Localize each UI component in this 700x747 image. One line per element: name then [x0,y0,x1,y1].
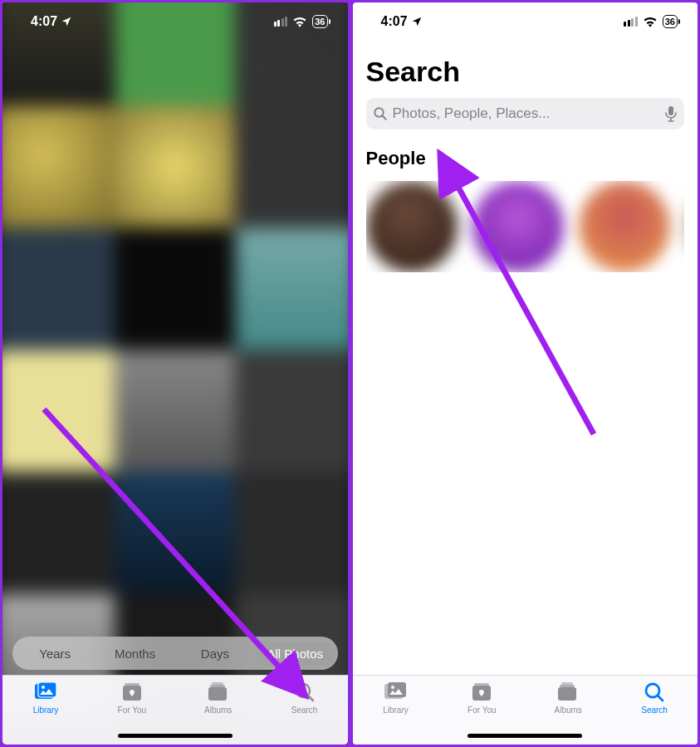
search-input[interactable] [393,105,660,122]
page-title: Search [366,56,685,88]
tab-label: For You [118,706,146,715]
svg-rect-20 [560,685,575,687]
status-time: 4:07 [381,14,408,29]
svg-line-9 [308,696,313,701]
library-icon [383,681,408,704]
person-avatar[interactable] [366,181,458,272]
phone-library-screen: 4:07 36 Years Months Days All Photos Lib… [2,2,348,745]
people-heading: People [366,148,685,169]
svg-rect-19 [558,687,576,701]
phone-search-screen: 4:07 36 Search People Library [353,2,698,745]
battery-icon: 36 [663,15,678,28]
svg-rect-21 [561,682,573,685]
tab-label: Library [383,706,409,715]
search-icon [373,106,388,121]
status-bar: 4:07 36 [353,2,698,41]
segment-months[interactable]: Months [95,642,174,666]
wifi-icon [292,16,307,27]
people-row [366,181,685,272]
person-avatar[interactable] [579,181,670,272]
status-time: 4:07 [31,14,57,29]
svg-line-12 [382,115,386,120]
search-icon [292,681,317,704]
tab-label: Albums [204,706,232,715]
battery-icon: 36 [312,15,327,28]
svg-rect-15 [388,682,406,697]
segment-days[interactable]: Days [175,642,255,666]
tab-label: Search [641,706,668,715]
svg-rect-4 [125,683,140,686]
tab-search[interactable]: Search [262,681,348,745]
home-indicator[interactable] [118,734,233,738]
svg-point-16 [391,686,394,689]
for-you-icon [469,681,494,704]
microphone-icon[interactable] [664,105,678,122]
svg-point-2 [42,686,45,689]
location-icon [61,16,72,27]
wifi-icon [643,16,658,27]
photo-grid[interactable] [2,2,348,745]
library-icon [33,681,58,704]
tab-label: Search [291,706,318,715]
cellular-signal-icon [274,17,288,27]
svg-rect-13 [668,106,673,115]
location-icon [411,16,423,27]
svg-rect-7 [212,682,223,685]
tab-label: Albums [555,706,582,715]
cellular-signal-icon [624,17,638,27]
segment-years[interactable]: Years [15,642,95,666]
albums-icon [206,681,231,704]
tab-library[interactable]: Library [2,681,89,745]
status-bar: 4:07 36 [2,2,348,41]
search-icon [642,681,667,704]
search-field[interactable] [366,98,685,129]
svg-rect-18 [474,683,489,686]
library-view-segment[interactable]: Years Months Days All Photos [12,637,338,670]
svg-rect-6 [210,685,225,687]
albums-icon [556,681,580,704]
for-you-icon [120,681,144,704]
person-avatar[interactable] [472,181,564,272]
tab-label: Library [33,706,59,715]
tab-label: For You [467,706,496,715]
svg-rect-1 [38,682,56,697]
segment-all-photos[interactable]: All Photos [255,642,335,666]
home-indicator[interactable] [467,734,582,738]
tab-search[interactable]: Search [611,681,698,745]
svg-line-23 [658,696,663,701]
tab-library[interactable]: Library [353,681,439,745]
svg-rect-5 [208,687,227,701]
